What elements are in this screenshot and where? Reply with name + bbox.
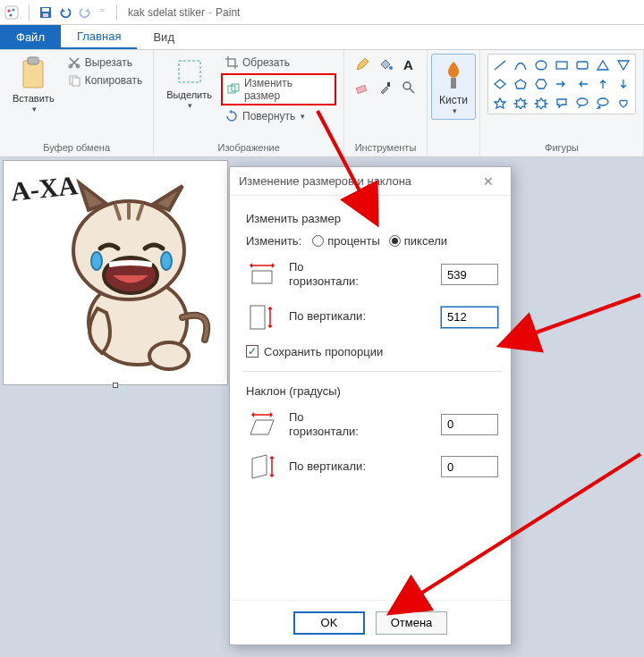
crop-icon (225, 55, 239, 70)
magnifier-tool[interactable] (398, 77, 419, 98)
shapes-gallery[interactable] (487, 54, 636, 114)
change-label: Изменить: (246, 234, 301, 248)
keep-ratio-label: Сохранить пропорции (264, 345, 383, 358)
vertical-resize-icon (246, 302, 278, 333)
redo-icon[interactable] (78, 5, 92, 20)
qat-overflow[interactable]: ⁼ (99, 5, 106, 19)
group-shapes-label: Фигуры (487, 140, 636, 156)
fill-tool[interactable] (375, 54, 396, 75)
skew-v-icon (246, 451, 278, 482)
ribbon: Вставить ▾ Вырезать Копировать Буфер обм… (0, 50, 644, 157)
svg-rect-12 (72, 78, 80, 86)
group-image: Выделить ▾ Обрезать Изменить размер Пове… (154, 50, 344, 156)
svg-rect-43 (252, 271, 272, 283)
undo-icon[interactable] (58, 5, 72, 20)
svg-marker-46 (252, 455, 267, 478)
tab-view[interactable]: Вид (137, 25, 191, 49)
svg-point-35 (598, 106, 600, 108)
svg-point-2 (12, 8, 14, 11)
eraser-tool[interactable] (352, 77, 373, 98)
svg-point-42 (149, 342, 189, 369)
svg-point-16 (389, 66, 393, 70)
quick-access-toolbar: ⁼ (4, 4, 121, 21)
svg-marker-31 (514, 98, 527, 109)
skew-v-input[interactable] (441, 456, 498, 477)
svg-point-20 (403, 82, 411, 89)
select-button[interactable]: Выделить ▾ (161, 54, 217, 140)
brushes-label: Кисти (439, 94, 468, 106)
rotate-label: Повернуть (242, 110, 295, 122)
group-brushes: Кисти ▾ (428, 50, 480, 156)
svg-point-36 (597, 108, 597, 109)
ok-button[interactable]: OK (293, 611, 365, 635)
paste-button[interactable]: Вставить ▾ (7, 54, 60, 140)
resize-label: Изменить размер (244, 77, 331, 102)
brushes-button[interactable]: Кисти ▾ (431, 54, 476, 120)
group-image-label: Изображение (161, 140, 336, 156)
horizontal-input[interactable] (441, 264, 498, 285)
app-name: Paint (216, 6, 240, 19)
group-clipboard: Вставить ▾ Вырезать Копировать Буфер обм… (0, 50, 154, 156)
crop-button[interactable]: Обрезать (221, 54, 336, 72)
svg-marker-30 (495, 98, 505, 108)
resize-section-title: Изменить размер (246, 212, 498, 225)
svg-point-39 (91, 252, 102, 270)
select-label: Выделить (166, 89, 212, 101)
skew-h-label: По горизонтали: (289, 410, 430, 440)
svg-point-22 (536, 61, 547, 70)
resize-handle[interactable] (113, 383, 118, 388)
skew-v-label: По вертикали: (289, 459, 430, 474)
ribbon-tabs: Файл Главная Вид (0, 25, 644, 50)
skew-section-title: Наклон (градусы) (246, 384, 498, 398)
title-bar: ⁼ kak sdelat stiker - Paint (0, 0, 644, 25)
svg-marker-28 (515, 80, 526, 88)
copy-button[interactable]: Копировать (64, 72, 147, 89)
dialog-title: Изменение размеров и наклона (239, 174, 411, 188)
tab-home[interactable]: Главная (61, 25, 137, 49)
document-title: kak sdelat stiker (128, 6, 205, 19)
svg-point-1 (7, 9, 10, 12)
svg-point-33 (577, 98, 588, 105)
horizontal-resize-icon (246, 262, 278, 287)
picker-tool[interactable] (375, 77, 396, 98)
scissors-icon (67, 55, 81, 70)
resize-button[interactable]: Изменить размер (221, 73, 336, 105)
svg-rect-18 (356, 85, 366, 93)
chevron-down-icon: ▾ (453, 106, 457, 115)
cut-label: Вырезать (85, 56, 132, 69)
resize-skew-dialog: Изменение размеров и наклона ✕ Изменить … (229, 166, 512, 645)
group-clipboard-label: Буфер обмена (7, 140, 146, 156)
radio-pixels[interactable]: пиксели (389, 234, 447, 248)
radio-percent[interactable]: проценты (312, 234, 380, 248)
svg-rect-5 (42, 8, 49, 12)
pencil-tool[interactable] (352, 54, 373, 75)
svg-marker-29 (536, 80, 547, 88)
text-tool[interactable]: A (398, 54, 419, 75)
vertical-label: По вертикали: (289, 309, 430, 324)
sticker-image: A-XA (4, 161, 227, 384)
close-icon[interactable]: ✕ (475, 174, 502, 189)
svg-rect-44 (250, 306, 265, 329)
vertical-input[interactable] (441, 307, 498, 328)
rotate-button[interactable]: Повернуть ▾ (221, 107, 336, 125)
rotate-icon (225, 109, 239, 123)
canvas[interactable]: A-XA (4, 161, 227, 384)
resize-icon (226, 82, 241, 97)
save-icon[interactable] (38, 5, 53, 20)
group-tools-label: Инструменты (352, 140, 419, 156)
chevron-down-icon: ▾ (188, 101, 192, 111)
cancel-button[interactable]: Отмена (376, 611, 447, 635)
svg-marker-26 (618, 61, 629, 70)
svg-rect-6 (43, 13, 48, 17)
copy-icon (67, 73, 81, 88)
skew-h-input[interactable] (441, 414, 498, 435)
svg-marker-25 (597, 61, 608, 70)
svg-rect-0 (5, 6, 18, 19)
keep-ratio-checkbox[interactable]: ✓ Сохранить пропорции (246, 345, 498, 358)
svg-point-3 (9, 13, 12, 16)
svg-text:A: A (403, 57, 413, 72)
svg-point-40 (161, 252, 172, 270)
tab-file[interactable]: Файл (0, 25, 61, 49)
group-tools: A Инструменты (344, 50, 428, 156)
cut-button[interactable]: Вырезать (64, 54, 147, 72)
